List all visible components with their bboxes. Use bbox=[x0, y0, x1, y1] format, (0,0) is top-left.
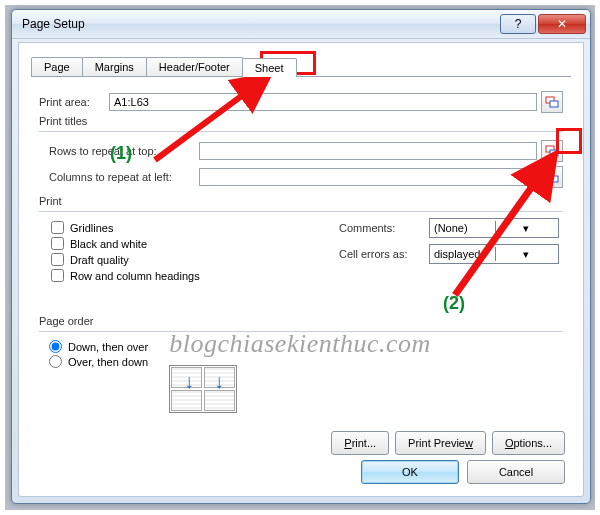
cancel-button[interactable]: Cancel bbox=[467, 460, 565, 484]
down-then-over-radio[interactable]: Down, then over bbox=[49, 340, 563, 353]
cell-errors-label: Cell errors as: bbox=[339, 248, 429, 260]
cols-repeat-range-button[interactable] bbox=[541, 166, 563, 188]
chevron-down-icon: ▾ bbox=[495, 247, 557, 261]
tab-sheet[interactable]: Sheet bbox=[242, 58, 297, 77]
comments-dropdown[interactable]: (None) ▾ bbox=[429, 218, 559, 238]
page-order-heading: Page order bbox=[39, 315, 563, 327]
rows-repeat-label: Rows to repeat at top: bbox=[39, 145, 199, 157]
svg-rect-1 bbox=[550, 101, 558, 107]
options-button[interactable]: Options... bbox=[492, 431, 565, 455]
dialog-body: Page Margins Header/Footer Sheet Print a… bbox=[18, 42, 584, 497]
titlebar: Page Setup ? ✕ bbox=[12, 10, 590, 39]
page-order-preview: ↓↓ bbox=[169, 365, 237, 413]
print-area-range-button[interactable] bbox=[541, 91, 563, 113]
print-heading: Print bbox=[39, 195, 563, 207]
tab-strip: Page Margins Header/Footer Sheet bbox=[31, 57, 296, 76]
window-title: Page Setup bbox=[22, 17, 498, 31]
print-button[interactable]: Print... bbox=[331, 431, 389, 455]
svg-rect-5 bbox=[550, 176, 558, 182]
ok-button[interactable]: OK bbox=[361, 460, 459, 484]
comments-label: Comments: bbox=[339, 222, 429, 234]
print-titles-heading: Print titles bbox=[39, 115, 563, 127]
collapse-dialog-icon bbox=[545, 95, 559, 109]
rows-repeat-range-button[interactable] bbox=[541, 140, 563, 162]
tab-margins[interactable]: Margins bbox=[82, 57, 147, 76]
tab-page[interactable]: Page bbox=[31, 57, 83, 76]
svg-rect-3 bbox=[550, 150, 558, 156]
collapse-dialog-icon bbox=[545, 144, 559, 158]
collapse-dialog-icon bbox=[545, 170, 559, 184]
print-preview-button[interactable]: Print Preview bbox=[395, 431, 486, 455]
cols-repeat-input[interactable] bbox=[199, 168, 537, 186]
rows-repeat-input[interactable] bbox=[199, 142, 537, 160]
cell-errors-dropdown[interactable]: displayed ▾ bbox=[429, 244, 559, 264]
row-col-headings-checkbox[interactable]: Row and column headings bbox=[51, 269, 563, 282]
close-button[interactable]: ✕ bbox=[538, 14, 586, 34]
page-setup-dialog: Page Setup ? ✕ Page Margins Header/Foote… bbox=[11, 9, 591, 504]
print-area-label: Print area: bbox=[39, 96, 109, 108]
tab-header-footer[interactable]: Header/Footer bbox=[146, 57, 243, 76]
cols-repeat-label: Columns to repeat at left: bbox=[39, 171, 199, 183]
help-button[interactable]: ? bbox=[500, 14, 536, 34]
print-area-input[interactable] bbox=[109, 93, 537, 111]
chevron-down-icon: ▾ bbox=[495, 221, 557, 235]
over-then-down-radio[interactable]: Over, then down bbox=[49, 355, 563, 368]
